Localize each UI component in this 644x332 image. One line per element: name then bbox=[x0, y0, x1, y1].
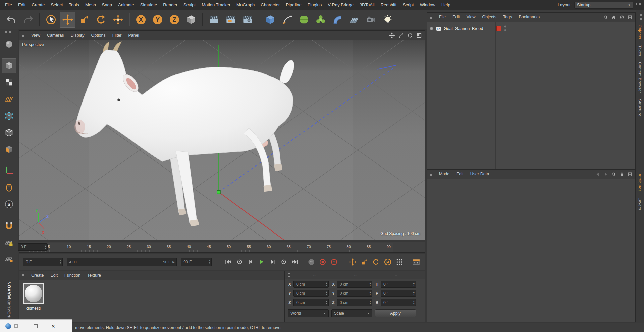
edges-mode-button[interactable] bbox=[2, 125, 16, 140]
object-menu-objects[interactable]: Objects bbox=[479, 13, 500, 22]
next-key-button[interactable] bbox=[279, 258, 288, 266]
render-view-button[interactable] bbox=[206, 12, 222, 28]
stepper-icon[interactable]: ▲▼ bbox=[326, 290, 328, 296]
deformer-button[interactable] bbox=[329, 12, 345, 28]
menubar-item-character[interactable]: Character bbox=[258, 0, 283, 10]
menubar-item-sculpt[interactable]: Sculpt bbox=[180, 0, 199, 10]
viewport-canvas[interactable]: Y Z X Perspective Grid Spacing : 100 cm bbox=[19, 40, 425, 240]
rotate-view-button[interactable] bbox=[407, 32, 413, 39]
coord-field-h[interactable]: 0 °▲▼ bbox=[381, 281, 416, 288]
small-square-icon[interactable] bbox=[14, 324, 18, 328]
object-menu-view[interactable]: View bbox=[463, 13, 479, 22]
coord-field-b[interactable]: 0 °▲▼ bbox=[381, 299, 416, 306]
menubar-item-create[interactable]: Create bbox=[29, 0, 48, 10]
pen-spline-button[interactable] bbox=[279, 12, 295, 28]
stepper-icon[interactable]: ▲▼ bbox=[59, 258, 61, 266]
stepper-icon[interactable]: ▲▼ bbox=[413, 299, 415, 306]
texture-mode-button[interactable] bbox=[2, 75, 16, 90]
origin-handle[interactable] bbox=[217, 191, 220, 194]
menubar-item-select[interactable]: Select bbox=[48, 0, 66, 10]
mograph-button[interactable] bbox=[313, 12, 328, 28]
object-type-icon[interactable]: LO bbox=[436, 26, 442, 31]
side-tab-layers[interactable]: Layers bbox=[638, 195, 642, 213]
object-name[interactable]: Goat_Saanen_Breed bbox=[444, 26, 483, 31]
magnet-snap-button[interactable] bbox=[2, 218, 16, 233]
key-scale-button[interactable] bbox=[360, 258, 369, 266]
toggle-view-button[interactable] bbox=[416, 32, 422, 39]
object-list[interactable]: LO Goat_Saanen_Breed bbox=[427, 22, 635, 169]
stepper-icon[interactable]: ▲▼ bbox=[45, 244, 47, 250]
menubar-item-file[interactable]: File bbox=[2, 0, 15, 10]
menubar-item-pipeline[interactable]: Pipeline bbox=[283, 0, 304, 10]
key-rotation-button[interactable] bbox=[371, 258, 381, 266]
menubar-item-snap[interactable]: Snap bbox=[99, 0, 115, 10]
menubar-item-render[interactable]: Render bbox=[160, 0, 180, 10]
menubar-item-help[interactable]: Help bbox=[438, 0, 453, 10]
range-left-arrow-icon[interactable]: ◀ bbox=[69, 260, 71, 264]
coord-field-y[interactable]: 0 cm▲▼ bbox=[293, 290, 329, 297]
camera-button[interactable] bbox=[363, 12, 379, 28]
light-button[interactable] bbox=[380, 12, 395, 28]
material-name[interactable]: domesti bbox=[20, 306, 47, 311]
panel-grip[interactable] bbox=[22, 274, 26, 278]
key-position-button[interactable] bbox=[348, 258, 357, 266]
coord-field-z[interactable]: 0 cm▲▼ bbox=[293, 299, 329, 306]
stepper-icon[interactable]: ▲▼ bbox=[413, 281, 415, 287]
link-button[interactable] bbox=[619, 15, 624, 20]
menubar-item-mograph[interactable]: MoGraph bbox=[233, 0, 258, 10]
range-right-arrow-icon[interactable]: ▶ bbox=[172, 260, 175, 264]
expand-toggle-icon[interactable] bbox=[429, 26, 434, 31]
enable-axis-button[interactable] bbox=[2, 163, 16, 178]
menubar-item-script[interactable]: Script bbox=[399, 0, 417, 10]
stepper-icon[interactable]: ▲▼ bbox=[326, 299, 328, 306]
previous-frame-button[interactable] bbox=[246, 258, 255, 266]
search-button[interactable] bbox=[603, 15, 608, 20]
floor-button[interactable] bbox=[346, 12, 362, 28]
material-thumbnail[interactable] bbox=[23, 283, 44, 304]
subdivision-surface-button[interactable] bbox=[296, 12, 312, 28]
lock-button[interactable] bbox=[619, 172, 624, 177]
end-frame-field[interactable]: 90 F ▲▼ bbox=[181, 258, 212, 266]
viewport-menu-display[interactable]: Display bbox=[67, 31, 88, 40]
menubar-item-v-ray-bridge[interactable]: V-Ray Bridge bbox=[325, 0, 357, 10]
coord-field-z[interactable]: 0 cm▲▼ bbox=[337, 299, 372, 306]
viewport-menu-panel[interactable]: Panel bbox=[125, 31, 142, 40]
frame-number-field[interactable]: 0 F ▲▼ bbox=[18, 243, 48, 251]
home-button[interactable] bbox=[611, 15, 616, 20]
panel-grip[interactable] bbox=[430, 172, 434, 176]
object-menu-tags[interactable]: Tags bbox=[500, 13, 515, 22]
move-axis-button[interactable] bbox=[110, 12, 126, 28]
viewport-menu-view[interactable]: View bbox=[28, 31, 44, 40]
side-tab-takes[interactable]: Takes bbox=[638, 42, 642, 59]
stepper-icon[interactable]: ▲▼ bbox=[413, 290, 415, 296]
layout-select[interactable]: Startup ▼ bbox=[574, 2, 633, 9]
panel-new-button[interactable] bbox=[627, 15, 632, 20]
timeline-ruler[interactable]: 051015202530354045505560657075808590 bbox=[20, 243, 393, 252]
convert-button[interactable] bbox=[2, 37, 16, 52]
object-menu-file[interactable]: File bbox=[436, 13, 449, 22]
menubar-item-plugins[interactable]: Plugins bbox=[305, 0, 325, 10]
autokey-question-button[interactable]: ? bbox=[330, 258, 338, 266]
mouse-input-button[interactable] bbox=[2, 180, 16, 195]
pan-view-button[interactable] bbox=[389, 32, 395, 39]
coord-field-x[interactable]: 0 cm▲▼ bbox=[293, 281, 329, 288]
editor-visibility-dot[interactable] bbox=[504, 25, 506, 28]
goto-start-button[interactable] bbox=[224, 258, 233, 266]
material-menu-texture[interactable]: Texture bbox=[84, 271, 104, 280]
axis-y-button[interactable]: Y bbox=[150, 12, 165, 28]
coord-field-y[interactable]: 0 cm▲▼ bbox=[337, 290, 372, 297]
object-color-swatch[interactable] bbox=[496, 26, 501, 31]
stepper-icon[interactable]: ▲▼ bbox=[369, 281, 371, 287]
rotate-button[interactable] bbox=[93, 12, 109, 28]
scale-button[interactable] bbox=[76, 12, 92, 28]
attribute-menu-mode[interactable]: Mode bbox=[436, 170, 453, 179]
panel-grip[interactable] bbox=[638, 12, 642, 20]
record-objects-button[interactable] bbox=[318, 258, 327, 266]
viewport-scene[interactable]: Y Z X bbox=[19, 40, 425, 240]
viewport-menu-cameras[interactable]: Cameras bbox=[44, 31, 67, 40]
stepper-icon[interactable]: ▲▼ bbox=[369, 299, 371, 306]
stepper-icon[interactable]: ▲▼ bbox=[369, 290, 371, 296]
timeline-range-slider[interactable]: ◀ 0 F 90 F ▶ bbox=[67, 258, 177, 266]
keyframe-selection-button[interactable] bbox=[412, 258, 421, 266]
redo-button[interactable] bbox=[20, 12, 36, 28]
